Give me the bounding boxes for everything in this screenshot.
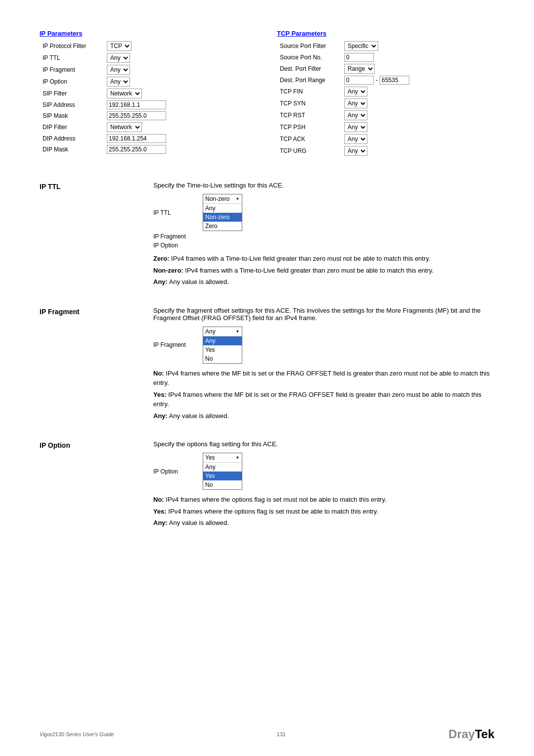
section-label-ip-option: IP Option (40, 440, 153, 530)
ip-params-title: IP Parameters (40, 30, 257, 37)
ip-param-input-9[interactable] (107, 145, 166, 154)
tcp-param-row: TCP SYNAny (277, 97, 494, 109)
ip-param-label: SIP Address (40, 99, 104, 110)
tcp-param-select-5[interactable]: Any (344, 98, 367, 108)
tcp-param-row: TCP RSTAny (277, 109, 494, 121)
mini-table-row: IP Option (153, 241, 246, 250)
tcp-param-select-7[interactable]: Any (344, 122, 367, 132)
tcp-param-row: TCP URGAny (277, 145, 494, 157)
footer-logo-gray: Dray (448, 727, 475, 741)
ip-param-label: DIP Address (40, 133, 104, 144)
footer-logo: DrayTek (448, 727, 494, 741)
mini-table-label: IP TTL (153, 193, 203, 232)
footer-logo-black: Tek (475, 727, 494, 741)
dropdown-option[interactable]: Non-zero (203, 213, 242, 222)
section-content-ip-fragment: Specify the fragment offset settings for… (153, 307, 494, 423)
dropdown-visual-ip-option-0[interactable]: Yes▼AnyYesNo (203, 453, 242, 490)
ip-param-row: DIP FilterNetwork (40, 121, 257, 133)
tcp-param-row: Source Port FilterSpecific (277, 40, 494, 52)
params-section: IP Parameters IP Protocol FilterTCPIP TT… (40, 30, 494, 157)
tcp-param-label: Dest. Port Range (277, 75, 341, 86)
ip-param-row: SIP FilterNetwork (40, 88, 257, 99)
ip-param-select-3[interactable]: Any (107, 77, 130, 87)
mini-table-ip-option: IP OptionYes▼AnyYesNo (153, 452, 246, 491)
mini-table-ip-ttl: IP TTLNon-zero▼AnyNon-zeroZeroIP Fragmen… (153, 193, 246, 250)
tcp-param-label: Source Port No. (277, 52, 341, 63)
section-intro-ip-option: Specify the options flag setting for thi… (153, 440, 494, 448)
tcp-param-row: TCP ACKAny (277, 133, 494, 145)
tcp-param-select-4[interactable]: Any (344, 87, 367, 96)
mini-table-row: IP TTLNon-zero▼AnyNon-zeroZero (153, 193, 246, 232)
tcp-params-title: TCP Parameters (277, 30, 494, 37)
tcp-param-row: TCP PSHAny (277, 121, 494, 133)
ip-params-block: IP Parameters IP Protocol FilterTCPIP TT… (40, 30, 257, 157)
desc-sections: IP TTLSpecify the Time-to-Live settings … (40, 182, 494, 530)
tcp-param-input-1[interactable] (344, 53, 374, 62)
ip-param-input-6[interactable] (107, 111, 166, 120)
range-from[interactable] (344, 76, 374, 85)
ip-param-input-8[interactable] (107, 134, 166, 143)
ip-params-table: IP Protocol FilterTCPIP TTLAnyIP Fragmen… (40, 40, 257, 155)
ip-param-input-5[interactable] (107, 100, 166, 109)
ip-param-row: IP OptionAny (40, 76, 257, 88)
desc-text: No: IPv4 frames where the options flag i… (153, 495, 494, 505)
dropdown-selected: Non-zero▼ (203, 194, 242, 204)
dropdown-option[interactable]: No (203, 480, 242, 489)
ip-param-label: DIP Mask (40, 144, 104, 155)
ip-param-row: IP FragmentAny (40, 64, 257, 76)
dropdown-option[interactable]: Any (203, 204, 242, 213)
page-footer: Vigor2130 Series User's Guide 131 DrayTe… (0, 727, 534, 741)
tcp-params-block: TCP Parameters Source Port FilterSpecifi… (277, 30, 494, 157)
tcp-param-select-8[interactable]: Any (344, 134, 367, 144)
desc-text: Non-zero: IPv4 frames with a Time-to-Liv… (153, 266, 494, 276)
range-to[interactable] (380, 76, 409, 85)
tcp-param-label: TCP URG (277, 145, 341, 157)
ip-param-row: SIP Mask (40, 110, 257, 121)
dropdown-option[interactable]: Yes (203, 472, 242, 480)
section-intro-ip-fragment: Specify the fragment offset settings for… (153, 307, 494, 322)
ip-param-row: DIP Address (40, 133, 257, 144)
mini-table-ip-fragment: IP FragmentAny▼AnyYesNo (153, 326, 246, 365)
ip-param-label: SIP Filter (40, 88, 104, 99)
section-ip-ttl: IP TTLSpecify the Time-to-Live settings … (40, 182, 494, 289)
dropdown-visual-ip-fragment-0[interactable]: Any▼AnyYesNo (203, 327, 242, 364)
footer-guide-label: Vigor2130 Series User's Guide (40, 731, 114, 737)
dropdown-visual-ip-ttl-0[interactable]: Non-zero▼AnyNon-zeroZero (203, 194, 242, 231)
tcp-param-label: Source Port Filter (277, 40, 341, 52)
desc-text: Yes: IPv4 frames where the MF bit is set… (153, 390, 494, 409)
dropdown-option[interactable]: No (203, 354, 242, 363)
dropdown-option[interactable]: Zero (203, 222, 242, 231)
dropdown-option[interactable]: Any (203, 463, 242, 472)
tcp-param-label: TCP PSH (277, 121, 341, 133)
desc-text: Any: Any value is allowed. (153, 277, 494, 287)
desc-text: Any: Any value is allowed. (153, 518, 494, 528)
ip-param-row: IP TTLAny (40, 52, 257, 64)
mini-table-row: IP OptionYes▼AnyYesNo (153, 452, 246, 491)
ip-param-row: DIP Mask (40, 144, 257, 155)
tcp-param-row: Dest. Port Range- (277, 75, 494, 86)
section-row-ip-option: IP OptionSpecify the options flag settin… (40, 440, 494, 530)
footer-page-number: 131 (277, 731, 286, 737)
dropdown-selected: Yes▼ (203, 453, 242, 463)
dropdown-selected: Any▼ (203, 327, 242, 336)
tcp-param-select-2[interactable]: Range (344, 64, 375, 74)
tcp-param-label: TCP RST (277, 109, 341, 121)
desc-text: No: IPv4 frames where the MF bit is set … (153, 369, 494, 388)
ip-param-select-0[interactable]: TCP (107, 41, 132, 51)
tcp-param-select-0[interactable]: Specific (344, 41, 378, 51)
range-separator: - (375, 77, 379, 84)
mini-table-label: IP Fragment (153, 326, 203, 365)
range-pair: - (344, 76, 491, 85)
dropdown-option[interactable]: Any (203, 336, 242, 345)
ip-param-select-1[interactable]: Any (107, 53, 130, 63)
section-label-ip-ttl: IP TTL (40, 182, 153, 289)
ip-param-select-7[interactable]: Network (107, 122, 142, 132)
ip-param-select-4[interactable]: Network (107, 89, 142, 98)
ip-param-select-2[interactable]: Any (107, 65, 130, 75)
tcp-param-select-9[interactable]: Any (344, 146, 367, 156)
tcp-param-row: Dest. Port FilterRange (277, 63, 494, 75)
ip-param-label: SIP Mask (40, 110, 104, 121)
page-container: IP Parameters IP Protocol FilterTCPIP TT… (0, 0, 534, 577)
tcp-param-select-6[interactable]: Any (344, 110, 367, 120)
dropdown-option[interactable]: Yes (203, 345, 242, 354)
